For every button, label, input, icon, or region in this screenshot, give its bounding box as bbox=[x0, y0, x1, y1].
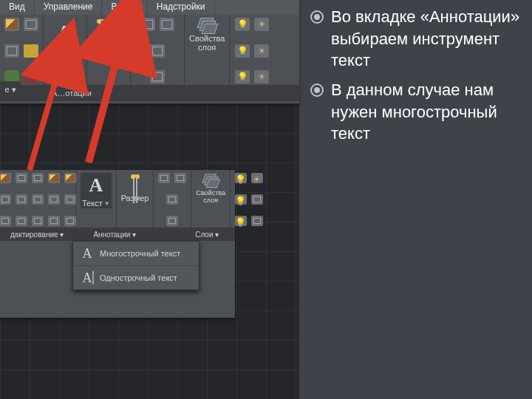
dimension-button-small[interactable]: Размер bbox=[121, 173, 149, 202]
layers-icon bbox=[199, 18, 215, 33]
menu-bar: Вид Управление Вывод Надстройки bbox=[0, 0, 299, 15]
freeze2-icon[interactable] bbox=[254, 44, 269, 58]
text-button[interactable]: A Текст▼ bbox=[48, 18, 82, 62]
panel-tab-edit[interactable]: дактирование ▾ bbox=[3, 228, 71, 241]
panel-dimension: Разм… bbox=[87, 15, 131, 85]
bulb3-icon[interactable] bbox=[235, 70, 250, 83]
trim-icon[interactable] bbox=[48, 173, 60, 183]
dimension-icon bbox=[92, 18, 126, 52]
menu-vyvod[interactable]: Вывод bbox=[102, 0, 147, 15]
lock-icon[interactable] bbox=[251, 194, 263, 205]
bulb-icon[interactable] bbox=[235, 18, 250, 31]
lock2-icon[interactable] bbox=[251, 216, 263, 226]
panel-extras bbox=[131, 15, 185, 85]
layers-icon bbox=[204, 174, 218, 187]
panel-extras-small bbox=[154, 170, 191, 228]
text-dropdown: A Многострочный текст A Однострочный тек… bbox=[72, 241, 200, 290]
dropdown-singleline-label: Однострочный текст bbox=[100, 273, 177, 282]
panel-dim-small: Размер bbox=[117, 170, 154, 228]
field-icon[interactable] bbox=[150, 44, 165, 58]
rotate-icon[interactable] bbox=[32, 173, 44, 183]
side-fragment[interactable]: е ▾ bbox=[0, 81, 21, 98]
text-button-small[interactable]: A Текст▼ bbox=[81, 173, 112, 208]
array-icon[interactable] bbox=[32, 216, 44, 226]
panel-text: A Текст▼ bbox=[44, 15, 87, 85]
panel-tab-anno-full[interactable]: Аннотации ▾ bbox=[86, 228, 143, 241]
freeze-icon[interactable] bbox=[251, 173, 263, 183]
table-icon[interactable] bbox=[166, 194, 178, 205]
text-icon: A bbox=[84, 174, 108, 197]
extend-icon[interactable] bbox=[64, 173, 76, 183]
panel-title-bar: А…отации bbox=[0, 85, 299, 101]
copy-icon[interactable] bbox=[0, 194, 11, 205]
hatch-icon[interactable] bbox=[24, 44, 38, 58]
screenshot-ribbon-small: A Текст▼ Размер Свойства слоя bbox=[0, 170, 235, 318]
dimension-label: Разм… bbox=[95, 53, 123, 62]
copy-icon[interactable] bbox=[4, 44, 19, 58]
panel-tab-annotations[interactable]: А…отации bbox=[44, 86, 99, 100]
multiline-text-icon: A bbox=[79, 245, 95, 262]
dropdown-multiline-label: Многострочный текст bbox=[100, 249, 180, 258]
line-icon[interactable] bbox=[4, 18, 19, 31]
menu-upravlenie[interactable]: Управление bbox=[35, 0, 103, 15]
layer-props-button[interactable]: Свойства слоя bbox=[189, 18, 225, 52]
bullet-1-text: Во вкладке «Аннотации» выбираем инструме… bbox=[331, 6, 520, 72]
text-label: Текст bbox=[51, 53, 72, 62]
bullet-1: Во вкладке «Аннотации» выбираем инструме… bbox=[310, 6, 520, 72]
panel-draw-small bbox=[0, 170, 76, 228]
field-icon[interactable] bbox=[166, 216, 178, 226]
freeze-icon[interactable] bbox=[254, 18, 269, 31]
bulb-icon[interactable] bbox=[235, 173, 247, 183]
layer-props-button-small[interactable]: Свойства слоя bbox=[196, 173, 225, 204]
panel-draw bbox=[0, 15, 44, 85]
layer-props-label: Свойства слоя bbox=[189, 34, 225, 52]
bullet-marker-icon bbox=[310, 83, 324, 97]
wipe-icon[interactable] bbox=[150, 70, 165, 83]
table-icon[interactable] bbox=[160, 18, 174, 31]
bullet-2-text: В данном случае нам нужен многострочный … bbox=[331, 79, 520, 145]
singleline-text-icon: A bbox=[79, 270, 95, 286]
bulb2-icon[interactable] bbox=[235, 194, 247, 205]
bulb3-icon[interactable] bbox=[235, 216, 247, 226]
chevron-down-icon: ▼ bbox=[104, 200, 110, 207]
panel-layer-toggles bbox=[230, 15, 274, 85]
dimension-button[interactable]: Разм… bbox=[92, 18, 126, 62]
move-icon[interactable] bbox=[16, 173, 27, 183]
layer-props-label-small: Свойства слоя bbox=[196, 189, 225, 204]
dropdown-multiline[interactable]: A Многострочный текст bbox=[73, 242, 199, 266]
bullet-marker-icon bbox=[310, 10, 324, 24]
panel-text-small: A Текст▼ bbox=[76, 170, 117, 228]
bullet-2: В данном случае нам нужен многострочный … bbox=[310, 79, 520, 145]
text-icon: A bbox=[48, 18, 82, 52]
panel-layers: Свойства слоя bbox=[185, 15, 230, 85]
i4-icon[interactable] bbox=[48, 194, 60, 205]
leader-icon[interactable] bbox=[140, 18, 155, 31]
chevron-down-icon: ▼ bbox=[73, 55, 79, 61]
freeze3-icon[interactable] bbox=[254, 70, 269, 83]
panel-title-bar-small: дактирование ▾ Аннотации ▾ Слои ▾ bbox=[0, 228, 235, 241]
misc2-icon[interactable] bbox=[24, 70, 38, 83]
menu-vid[interactable]: Вид bbox=[0, 0, 35, 15]
scale-icon[interactable] bbox=[16, 216, 27, 226]
dimension-icon bbox=[126, 173, 145, 192]
panel-layers-small: Свойства слоя bbox=[191, 170, 231, 228]
fillet-icon[interactable] bbox=[32, 194, 44, 205]
panel-tab-layers[interactable]: Слои ▾ bbox=[188, 228, 226, 241]
bulb2-icon[interactable] bbox=[235, 44, 250, 58]
dimension-label-small: Размер bbox=[121, 194, 149, 202]
text-label-small: Текст bbox=[82, 199, 103, 208]
i5-icon[interactable] bbox=[64, 194, 76, 205]
slide-notes: Во вкладке «Аннотации» выбираем инструме… bbox=[310, 6, 520, 152]
rect-icon[interactable] bbox=[24, 18, 38, 31]
stretch-icon[interactable] bbox=[0, 216, 11, 226]
i8-icon[interactable] bbox=[48, 216, 60, 226]
e2-icon[interactable] bbox=[174, 173, 186, 183]
i9-icon[interactable] bbox=[64, 216, 76, 226]
menu-nadstroyki[interactable]: Надстройки bbox=[148, 0, 215, 15]
line-icon[interactable] bbox=[0, 173, 11, 183]
dropdown-singleline[interactable]: A Однострочный текст bbox=[73, 266, 199, 290]
ribbon-small: A Текст▼ Размер Свойства слоя bbox=[0, 170, 235, 228]
mirror-icon[interactable] bbox=[16, 194, 27, 205]
ribbon: A Текст▼ Разм… Свойства слоя bbox=[0, 15, 299, 85]
leader-icon[interactable] bbox=[158, 173, 170, 183]
